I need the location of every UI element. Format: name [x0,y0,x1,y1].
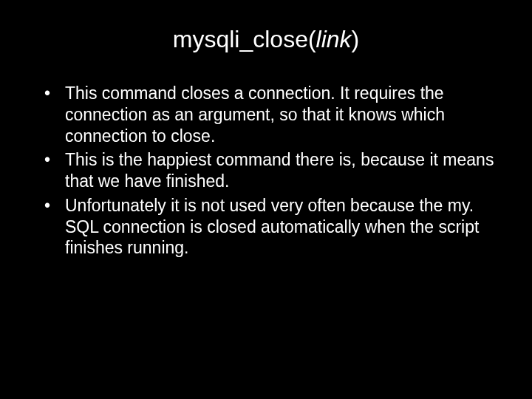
list-item: Unfortunately it is not used very often … [44,195,502,259]
list-item: This command closes a connection. It req… [44,83,502,146]
title-suffix: ) [352,26,360,52]
bullet-list: This command closes a connection. It req… [30,83,502,259]
list-item: This is the happiest command there is, b… [44,149,502,192]
title-prefix: mysqli_close( [173,26,316,52]
slide-container: mysqli_close(link) This command closes a… [0,0,532,399]
slide-title: mysqli_close(link) [30,26,502,53]
bullet-text: This command closes a connection. It req… [65,83,445,146]
title-italic: link [316,26,352,52]
bullet-text: This is the happiest command there is, b… [65,150,494,191]
bullet-text: Unfortunately it is not used very often … [65,196,479,258]
